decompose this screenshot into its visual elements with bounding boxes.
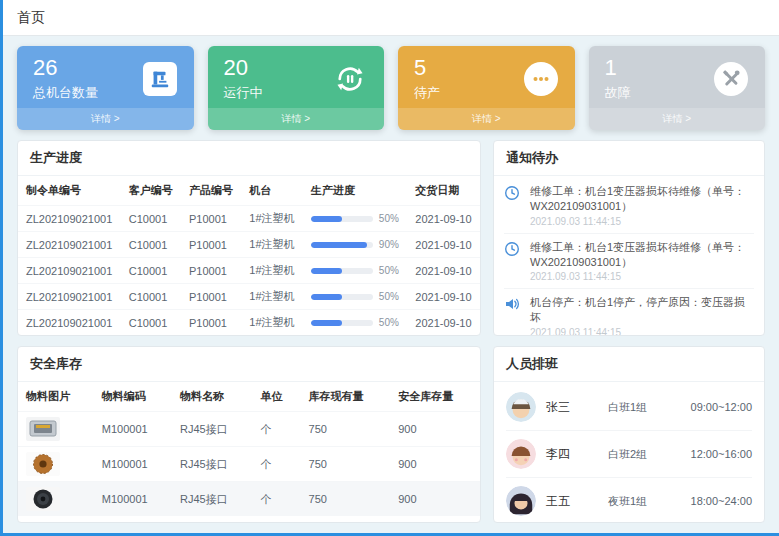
schedule-row: 李四 白班2组 12:00~16:00 — [506, 431, 752, 478]
schedule-panel: 人员排班 张三 白班1组 09:00~ — [493, 346, 765, 523]
col-header: 客户编号 — [121, 176, 181, 206]
shift-label: 白班2组 — [608, 447, 681, 462]
detail-link[interactable]: 详情 > — [589, 108, 766, 130]
material-code: M100001 — [94, 447, 172, 482]
progress-label: 50% — [379, 291, 399, 302]
detail-link[interactable]: 详情 > — [398, 108, 575, 130]
product-no: P10001 — [181, 284, 241, 310]
stat-value: 20 — [224, 56, 263, 80]
table-row: ZL202109021001 C10001 P10001 1#注塑机 50% 2… — [18, 258, 480, 284]
col-header: 产品编号 — [181, 176, 241, 206]
table-header-row: 物料图片 物料编码 物料名称 单位 库存现有量 安全库存量 — [18, 382, 480, 412]
shift-time: 12:00~16:00 — [691, 448, 752, 460]
delivery-date: 2021-09-10 — [407, 310, 480, 336]
progress-label: 90% — [379, 239, 399, 250]
progress-label: 50% — [379, 213, 399, 224]
schedule-row: 张三 白班1组 09:00~12:00 — [506, 384, 752, 431]
notice-list: 维修工单：机台1变压器损坏待维修（单号：WX202109031001） 2021… — [494, 176, 764, 335]
panel-title: 安全库存 — [18, 347, 480, 382]
topbar: 首页 — [3, 0, 779, 36]
safety-stock: 900 — [390, 412, 480, 447]
machine-icon — [142, 61, 178, 97]
card-body: 20 运行中 — [208, 46, 385, 108]
customer-no: C10001 — [121, 284, 181, 310]
stat-card-fault[interactable]: 1 故障 — [589, 46, 766, 130]
table-row: M100001 RJ45接口 个 750 900 — [18, 482, 480, 517]
delivery-date: 2021-09-10 — [407, 232, 480, 258]
stat-label: 待产 — [414, 84, 440, 102]
detail-link[interactable]: 详情 > — [208, 108, 385, 130]
progress-bar: 90% — [311, 239, 400, 250]
running-icon — [332, 61, 368, 97]
shift-label: 夜班1组 — [608, 494, 681, 509]
schedule-list: 张三 白班1组 09:00~12:00 — [494, 382, 764, 522]
progress-bar: 50% — [311, 213, 400, 224]
product-no: P10001 — [181, 206, 241, 232]
machine: 1#注塑机 — [241, 284, 303, 310]
speaker-photo — [26, 487, 60, 511]
delivery-date: 2021-09-10 — [407, 284, 480, 310]
col-header: 生产进度 — [303, 176, 408, 206]
detail-link[interactable]: 详情 > — [17, 108, 194, 130]
table-row: ZL202109021001 C10001 P10001 1#注塑机 50% 2… — [18, 310, 480, 336]
material-code: M100001 — [94, 412, 172, 447]
lisi-avatar — [506, 439, 536, 469]
dashboard-root: 首页 26 总机台数量 — [0, 0, 779, 536]
panel-title: 人员排班 — [494, 347, 764, 382]
col-header: 交货日期 — [407, 176, 480, 206]
fault-icon — [713, 61, 749, 97]
stock-on-hand: 750 — [301, 482, 391, 517]
stat-value: 26 — [33, 56, 98, 80]
material-name: RJ45接口 — [172, 447, 252, 482]
table-row: ZL202109021001 C10001 P10001 1#注塑机 50% 2… — [18, 284, 480, 310]
order-no: ZL202109021001 — [18, 206, 121, 232]
shift-label: 白班1组 — [608, 400, 681, 415]
shift-time: 09:00~12:00 — [691, 401, 752, 413]
unit: 个 — [253, 447, 301, 482]
card-body: 1 故障 — [589, 46, 766, 108]
table-row: M100001 RJ45接口 个 750 900 — [18, 412, 480, 447]
machine: 1#注塑机 — [241, 258, 303, 284]
stat-card-standby[interactable]: 5 待产 详情 > — [398, 46, 575, 130]
stat-card-total-machines[interactable]: 26 总机台数量 — [17, 46, 194, 130]
rj45-connector-photo — [26, 417, 60, 441]
material-name: RJ45接口 — [172, 482, 252, 517]
col-header: 物料名称 — [172, 382, 252, 412]
stock-on-hand: 750 — [301, 412, 391, 447]
col-header: 安全库存量 — [390, 382, 480, 412]
table-row: ZL202109021001 C10001 P10001 1#注塑机 90% 2… — [18, 232, 480, 258]
notice-item[interactable]: 维修工单：机台1变压器损坏待维修（单号：WX202109031001） 2021… — [504, 178, 754, 234]
notice-text: 维修工单：机台1变压器损坏待维修（单号：WX202109031001） — [530, 240, 754, 270]
unit: 个 — [253, 482, 301, 517]
machine: 1#注塑机 — [241, 232, 303, 258]
production-panel: 生产进度 制令单编号 客户编号 产品编号 机台 生产进度 交货日期 — [17, 140, 481, 336]
product-no: P10001 — [181, 232, 241, 258]
card-body: 5 待产 — [398, 46, 575, 108]
col-header: 物料编码 — [94, 382, 172, 412]
machine: 1#注塑机 — [241, 206, 303, 232]
table-row: M100001 RJ45接口 个 750 900 — [18, 447, 480, 482]
stat-value: 5 — [414, 56, 440, 80]
progress-label: 50% — [379, 265, 399, 276]
staff-name: 张三 — [546, 399, 598, 416]
stat-cards: 26 总机台数量 — [17, 46, 765, 130]
col-header: 物料图片 — [18, 382, 94, 412]
order-no: ZL202109021001 — [18, 284, 121, 310]
product-no: P10001 — [181, 258, 241, 284]
col-header: 库存现有量 — [301, 382, 391, 412]
notice-time: 2021.09.03 11:44:15 — [530, 271, 754, 282]
notice-item[interactable]: 机台停产：机台1停产，停产原因：变压器损坏 2021.09.03 11:44:1… — [504, 289, 754, 335]
progress-bar: 50% — [311, 317, 400, 328]
tab-home[interactable]: 首页 — [17, 9, 45, 27]
stat-value: 1 — [605, 56, 631, 80]
stat-card-running[interactable]: 20 运行中 详情 > — [208, 46, 385, 130]
stat-label: 运行中 — [224, 84, 263, 102]
col-header: 机台 — [241, 176, 303, 206]
notice-text: 维修工单：机台1变压器损坏待维修（单号：WX202109031001） — [530, 184, 754, 214]
progress-label: 50% — [379, 317, 399, 328]
schedule-row: 王五 夜班1组 18:00~24:00 — [506, 478, 752, 522]
bottom-grid: 安全库存 物料图片 物料编码 物料名称 单位 库存现有量 安全库存量 — [17, 346, 765, 523]
production-table: 制令单编号 客户编号 产品编号 机台 生产进度 交货日期 ZL202109021… — [18, 176, 480, 335]
inventory-panel: 安全库存 物料图片 物料编码 物料名称 单位 库存现有量 安全库存量 — [17, 346, 481, 523]
notice-item[interactable]: 维修工单：机台1变压器损坏待维修（单号：WX202109031001） 2021… — [504, 234, 754, 290]
